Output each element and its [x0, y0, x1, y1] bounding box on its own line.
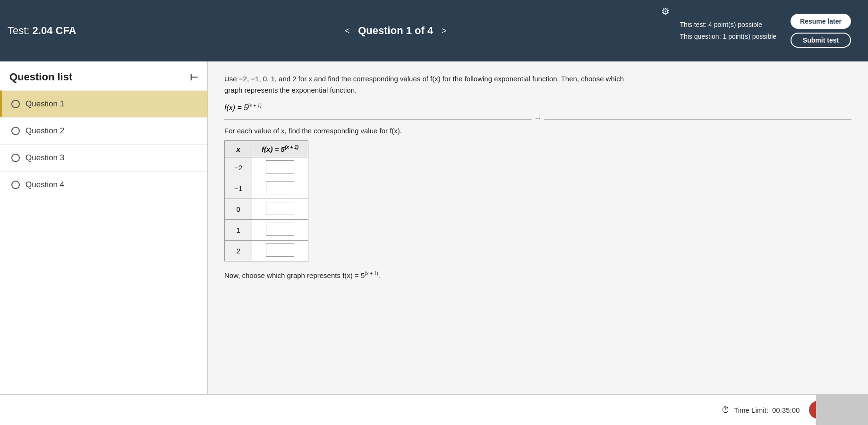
table-row: 1 [225, 220, 308, 241]
header: Test: 2.04 CFA < Question 1 of 4 > This … [0, 0, 868, 61]
question-3-label: Question 3 [26, 153, 64, 163]
collapse-icon[interactable]: ⊢ [190, 71, 198, 83]
question-list-sidebar: Question list ⊢ Question 1 Question 2 Qu… [0, 61, 208, 394]
question-2-label: Question 2 [26, 126, 64, 136]
x-value-1: −2 [225, 157, 252, 178]
question-list-item-2[interactable]: Question 2 [0, 117, 207, 144]
fx-input-3[interactable] [252, 199, 308, 220]
x-value-5: 2 [225, 241, 252, 261]
table-header-fx: f(x) = 5(x + 1) [252, 141, 308, 157]
clock-icon: ⏱ [722, 405, 730, 415]
table-row: 0 [225, 199, 308, 220]
question-list-item-1[interactable]: Question 1 [0, 90, 207, 117]
bottom-bar: ⏱ Time Limit: 00:35:00 Next [0, 394, 868, 425]
radio-q2 [11, 127, 20, 135]
header-actions: Resume later Submit test [791, 14, 851, 48]
table-header-x: x [225, 141, 252, 157]
x-value-2: −1 [225, 178, 252, 199]
question-4-label: Question 4 [26, 180, 64, 190]
question-counter: Question 1 of 4 [358, 25, 433, 37]
x-value-4: 1 [225, 220, 252, 241]
question-list-header: Question list ⊢ [0, 61, 207, 90]
next-question-button[interactable]: > [438, 24, 451, 38]
radio-q4 [11, 181, 20, 189]
divider-container: ··· [224, 119, 851, 120]
table-row: −1 [225, 178, 308, 199]
fx-input-1[interactable] [252, 157, 308, 178]
fx-input-2[interactable] [252, 178, 308, 199]
question-list-item-3[interactable]: Question 3 [0, 144, 207, 171]
expand-dots[interactable]: ··· [532, 114, 545, 121]
values-table: x f(x) = 5(x + 1) −2 −1 0 [224, 140, 308, 261]
this-question-points: This question: 1 point(s) possible [680, 32, 776, 42]
table-row: 2 [225, 241, 308, 261]
test-title: Test: 2.04 CFA [8, 25, 111, 37]
test-info: This test: 4 point(s) possible This ques… [680, 20, 776, 42]
fx-input-4[interactable] [252, 220, 308, 241]
table-instruction: For each value of x, find the correspond… [224, 127, 851, 135]
function-exponent: (x + 1) [248, 103, 262, 108]
table-row: −2 [225, 157, 308, 178]
question-list-item-4[interactable]: Question 4 [0, 171, 207, 198]
question-list-title: Question list [9, 71, 72, 83]
choose-graph-text: Now, choose which graph represents f(x) … [224, 271, 851, 279]
radio-q3 [11, 154, 20, 162]
x-value-3: 0 [225, 199, 252, 220]
table-header-exp: (x + 1) [285, 145, 298, 150]
submit-test-button[interactable]: Submit test [791, 33, 851, 48]
choose-graph-exp: (x + 1) [365, 271, 378, 276]
fx-input-5[interactable] [252, 241, 308, 261]
time-limit-label: Time Limit: [734, 406, 768, 414]
settings-icon[interactable]: ⚙ [661, 6, 670, 17]
question-navigation: < Question 1 of 4 > [111, 24, 680, 38]
resume-later-button[interactable]: Resume later [791, 14, 851, 29]
this-test-points: This test: 4 point(s) possible [680, 20, 762, 30]
question-1-label: Question 1 [26, 99, 64, 109]
question-list-items: Question 1 Question 2 Question 3 Questio… [0, 90, 207, 198]
time-value: 00:35:00 [772, 406, 800, 414]
question-content-area: Use −2, −1, 0, 1, and 2 for x and find t… [208, 61, 868, 394]
function-display: f(x) = 5(x + 1) [224, 103, 851, 112]
radio-q1 [11, 100, 20, 108]
main-content: Question list ⊢ Question 1 Question 2 Qu… [0, 61, 868, 394]
prev-question-button[interactable]: < [341, 24, 354, 38]
question-instruction: Use −2, −1, 0, 1, and 2 for x and find t… [224, 73, 630, 96]
time-limit-display: ⏱ Time Limit: 00:35:00 [722, 405, 800, 415]
